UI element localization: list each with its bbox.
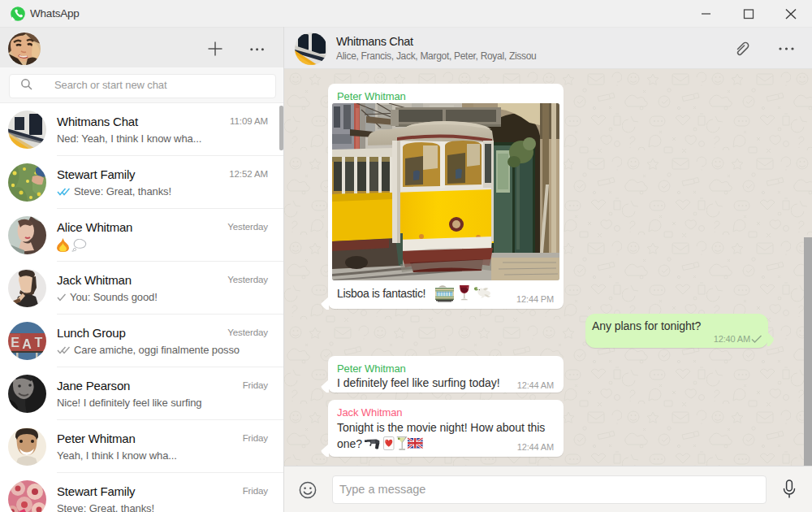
svg-text:A: A — [22, 337, 32, 351]
svg-text:T: T — [35, 336, 43, 349]
svg-text:E: E — [11, 336, 19, 349]
